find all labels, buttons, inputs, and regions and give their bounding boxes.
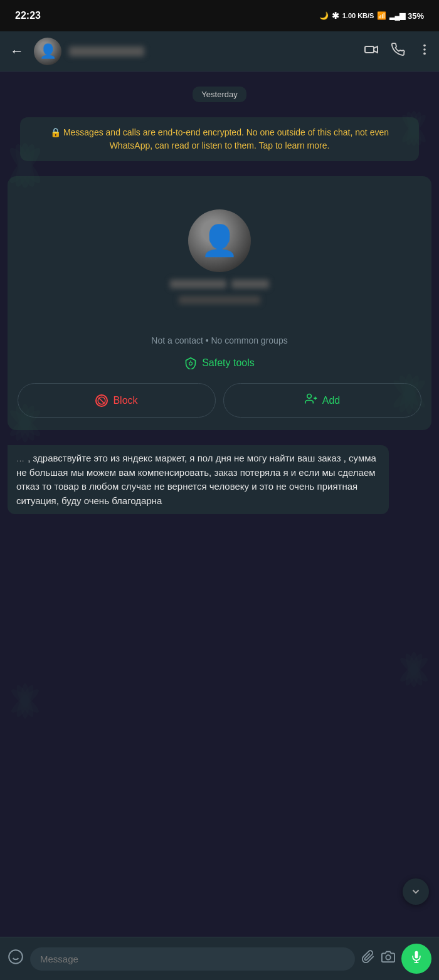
status-icons: 🌙 ✱ 1.00 KB/S 📶 ▂▄▆ 35% xyxy=(319,11,424,21)
date-separator: Yesterday xyxy=(8,87,431,102)
message-input[interactable] xyxy=(30,947,355,971)
add-person-icon xyxy=(305,393,317,408)
svg-line-37 xyxy=(99,398,104,403)
block-button[interactable]: Block xyxy=(18,383,216,418)
camera-button[interactable] xyxy=(381,950,395,967)
video-call-button[interactable] xyxy=(364,42,379,61)
blurred-name-2 xyxy=(231,280,269,288)
attach-button[interactable] xyxy=(361,950,375,967)
battery-icon: 35% xyxy=(408,11,424,21)
contact-info xyxy=(69,46,356,56)
svg-point-32 xyxy=(423,48,426,51)
svg-point-31 xyxy=(423,44,426,46)
moon-icon: 🌙 xyxy=(319,11,329,20)
unknown-contact-avatar: 👤 xyxy=(188,209,251,272)
bluetooth-icon: ✱ xyxy=(332,11,339,21)
svg-point-41 xyxy=(9,950,23,964)
message-text: , здравствуйте это из яндекс маркет, я п… xyxy=(16,453,376,506)
contact-name xyxy=(69,46,356,56)
header-actions xyxy=(364,42,431,61)
unknown-contact-name-row xyxy=(170,280,269,288)
contact-name-blurred xyxy=(69,46,144,56)
back-button[interactable]: ← xyxy=(8,41,26,62)
status-bar: 22:23 🌙 ✱ 1.00 KB/S 📶 ▂▄▆ 35% xyxy=(0,0,439,31)
chat-header: ← 👤 xyxy=(0,31,439,71)
phone-call-button[interactable] xyxy=(391,43,405,60)
emoji-button[interactable] xyxy=(8,949,24,969)
scroll-down-button[interactable] xyxy=(403,878,429,905)
block-icon xyxy=(95,394,108,407)
date-pill: Yesterday xyxy=(193,87,246,102)
microphone-icon xyxy=(410,951,423,967)
blurred-name-1 xyxy=(170,280,226,288)
contact-meta: Not a contact • No common groups xyxy=(151,335,287,345)
avatar[interactable]: 👤 xyxy=(34,38,61,65)
incoming-message: … , здравствуйте это из яндекс маркет, я… xyxy=(8,445,389,514)
phone-number-blurred xyxy=(179,296,260,306)
more-options-button[interactable] xyxy=(418,43,431,60)
mic-button[interactable] xyxy=(401,944,431,974)
svg-point-33 xyxy=(423,52,426,55)
blurred-phone xyxy=(179,296,260,304)
safety-tools-label: Safety tools xyxy=(202,357,255,369)
svg-point-38 xyxy=(307,394,312,399)
wifi-icon: 📶 xyxy=(377,11,386,20)
action-buttons: Block Add xyxy=(18,383,421,418)
encryption-notice[interactable]: 🔒 Messages and calls are end-to-end encr… xyxy=(20,117,419,161)
unknown-sender-card: 👤 Not a contact • No common groups xyxy=(8,176,431,430)
add-contact-button[interactable]: Add xyxy=(223,383,421,418)
chat-area: Yesterday 🔒 Messages and calls are end-t… xyxy=(0,71,439,937)
signal-icon: ▂▄▆ xyxy=(389,11,405,20)
input-bar xyxy=(0,937,439,980)
svg-rect-30 xyxy=(365,46,374,53)
data-speed: 1.00 KB/S xyxy=(342,12,374,19)
svg-point-34 xyxy=(189,362,193,365)
status-time: 22:23 xyxy=(15,10,41,21)
svg-point-44 xyxy=(386,955,390,959)
message-sender-dots: … xyxy=(16,454,25,463)
unknown-avatar-area: 👤 xyxy=(18,189,421,327)
safety-tools-button[interactable]: Safety tools xyxy=(179,354,260,372)
